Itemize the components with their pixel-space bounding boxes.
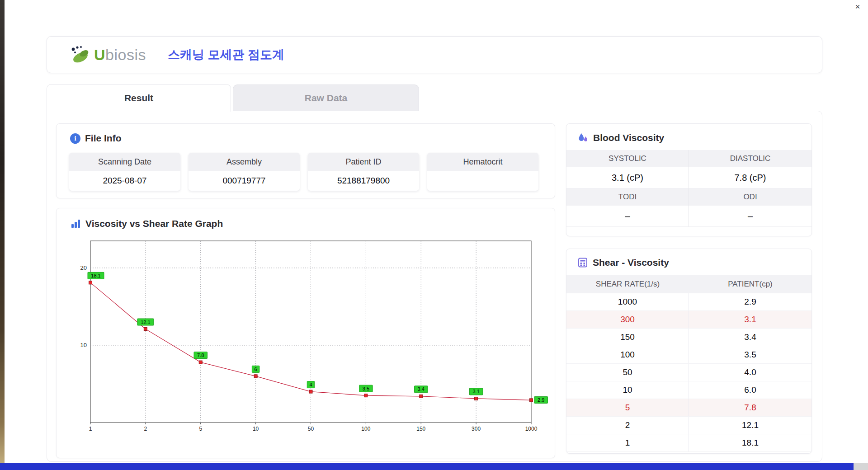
- window-bottom-bar: [0, 463, 854, 470]
- table-row: 1503.4: [566, 329, 811, 346]
- result-panel: i File Info Scanning Date2025-08-07Assem…: [47, 111, 822, 462]
- field-label: Scanning Date: [69, 153, 180, 171]
- desktop-left-edge: [0, 0, 5, 470]
- svg-text:2.9: 2.9: [538, 397, 544, 403]
- patient-cell: 6.0: [689, 381, 811, 399]
- shear-table-body: 10002.93003.11503.41003.5504.0106.057.82…: [566, 293, 811, 452]
- droplets-icon: [577, 132, 589, 143]
- patient-cell: 12.1: [689, 417, 811, 434]
- patient-cell: 18.1: [689, 434, 811, 451]
- ubiosis-logo: Ubiosis: [69, 45, 146, 65]
- shear-viscosity-title: Shear - Viscosity: [593, 257, 669, 268]
- svg-text:100: 100: [361, 426, 370, 432]
- file-field: Scanning Date2025-08-07: [69, 153, 180, 191]
- page-title: 스캐닝 모세관 점도계: [168, 47, 284, 63]
- logo-text-u: U: [94, 46, 105, 63]
- svg-text:2: 2: [144, 426, 147, 432]
- patient-cell: 2.9: [689, 293, 811, 310]
- metric-label: DIASTOLIC: [689, 150, 811, 167]
- svg-text:6: 6: [255, 367, 257, 372]
- metric-value: –: [689, 206, 811, 227]
- file-info-title: File Info: [85, 133, 122, 144]
- svg-text:4: 4: [309, 382, 312, 387]
- close-icon[interactable]: ×: [852, 1, 863, 13]
- table-row: 57.8: [566, 399, 811, 417]
- svg-text:7.8: 7.8: [197, 352, 204, 358]
- svg-text:10: 10: [80, 342, 87, 348]
- info-icon: i: [70, 133, 80, 144]
- patient-cell: 4.0: [689, 364, 811, 381]
- field-label: Hematocrit: [427, 153, 538, 171]
- shear-rate-cell: 300: [566, 311, 689, 328]
- blood-viscosity-grid: SYSTOLICDIASTOLIC3.1 (cP)7.8 (cP)TODIODI…: [566, 150, 811, 227]
- shear-rate-cell: 10: [566, 381, 689, 399]
- svg-text:20: 20: [80, 264, 87, 271]
- shear-rate-cell: 2: [566, 417, 689, 434]
- svg-text:5: 5: [199, 426, 202, 432]
- shear-rate-cell: 5: [566, 399, 689, 416]
- tab-result[interactable]: Result: [47, 84, 231, 112]
- svg-text:3.4: 3.4: [418, 386, 425, 392]
- table-row: 1003.5: [566, 346, 811, 364]
- shear-rate-cell: 50: [566, 364, 689, 381]
- metric-label: ODI: [689, 188, 811, 206]
- chart-area: 10201251050100150300100018.112.17.8643.5…: [70, 237, 549, 447]
- file-field: Hematocrit: [427, 153, 538, 191]
- shear-rate-cell: 1: [566, 434, 689, 451]
- table-row: 212.1: [566, 417, 811, 434]
- svg-text:50: 50: [308, 426, 314, 432]
- table-row: 504.0: [566, 364, 811, 381]
- window-bottom-corner: [854, 463, 868, 470]
- viscosity-graph-card: Viscosity vs Shear Rate Graph 1020125105…: [56, 208, 555, 458]
- svg-text:1: 1: [89, 426, 92, 432]
- table-row: 106.0: [566, 381, 811, 399]
- file-field: Patient ID52188179800: [308, 153, 419, 191]
- viscosity-chart: 10201251050100150300100018.112.17.8643.5…: [70, 237, 549, 445]
- tab-raw-data[interactable]: Raw Data: [233, 85, 419, 111]
- bar-chart-icon: [70, 218, 81, 229]
- metric-label: SYSTOLIC: [566, 150, 689, 167]
- table-row: 118.1: [566, 434, 811, 452]
- shear-rate-cell: 150: [566, 329, 689, 346]
- table-row: 10002.9: [566, 293, 811, 311]
- metric-value: 3.1 (cP): [566, 167, 689, 188]
- field-label: Patient ID: [308, 153, 419, 171]
- leaf-logo-icon: [69, 45, 92, 65]
- shear-table-header: SHEAR RATE(1/s)PATIENT(cp): [566, 275, 811, 293]
- field-value: 000719777: [189, 171, 300, 191]
- svg-text:300: 300: [472, 426, 481, 432]
- column-header: PATIENT(cp): [689, 275, 811, 293]
- shear-rate-cell: 1000: [566, 293, 689, 310]
- field-value: 52188179800: [308, 171, 419, 191]
- logo-text-rest: biosis: [105, 46, 146, 63]
- calculator-icon: [577, 257, 588, 268]
- app-header: Ubiosis 스캐닝 모세관 점도계: [47, 36, 822, 73]
- field-value: 2025-08-07: [69, 171, 180, 191]
- svg-text:1000: 1000: [525, 426, 538, 432]
- patient-cell: 7.8: [689, 399, 811, 416]
- graph-title: Viscosity vs Shear Rate Graph: [85, 218, 223, 229]
- field-label: Assembly: [189, 153, 300, 171]
- shear-rate-cell: 100: [566, 346, 689, 363]
- shear-viscosity-table: SHEAR RATE(1/s)PATIENT(cp) 10002.93003.1…: [566, 275, 811, 452]
- blood-viscosity-title: Blood Viscosity: [593, 132, 664, 143]
- field-value: [427, 171, 538, 191]
- blood-viscosity-card: Blood Viscosity SYSTOLICDIASTOLIC3.1 (cP…: [566, 123, 812, 236]
- shear-viscosity-card: Shear - Viscosity SHEAR RATE(1/s)PATIENT…: [566, 249, 812, 454]
- svg-text:12.1: 12.1: [141, 320, 150, 325]
- metric-label: TODI: [566, 188, 689, 206]
- column-header: SHEAR RATE(1/s): [566, 275, 689, 293]
- svg-text:3.1: 3.1: [472, 389, 479, 394]
- svg-text:18.1: 18.1: [91, 273, 100, 278]
- metric-value: 7.8 (cP): [689, 167, 811, 188]
- table-row: 3003.1: [566, 311, 811, 329]
- svg-text:150: 150: [416, 426, 425, 432]
- file-info-card: i File Info Scanning Date2025-08-07Assem…: [56, 123, 555, 198]
- patient-cell: 3.5: [689, 346, 811, 363]
- metric-value: –: [566, 206, 689, 227]
- logo-text: Ubiosis: [94, 46, 146, 64]
- patient-cell: 3.4: [689, 329, 811, 346]
- patient-cell: 3.1: [689, 311, 811, 328]
- file-field: Assembly000719777: [189, 153, 300, 191]
- svg-text:10: 10: [253, 426, 259, 432]
